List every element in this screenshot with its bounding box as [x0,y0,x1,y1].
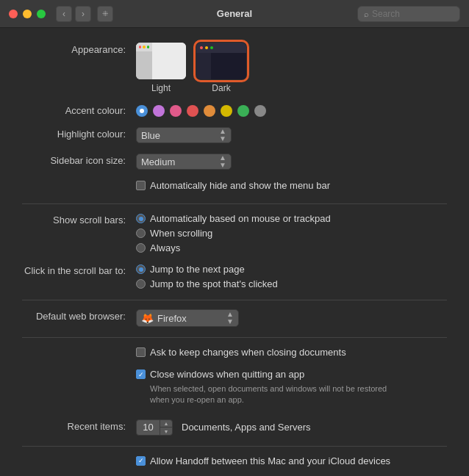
scroll-bars-scrolling-radio[interactable] [136,228,146,238]
menu-bar-checkbox[interactable] [136,181,146,190]
accent-blue[interactable] [136,105,148,117]
ask-keep-row: Ask to keep changes when closing documen… [22,347,447,361]
click-scroll-spot-radio[interactable] [136,279,146,289]
scroll-bars-scrolling-row: When scrolling [136,228,447,239]
divider-1 [22,203,447,204]
scroll-bars-always-radio[interactable] [136,243,146,253]
recent-items-label: Recent items: [22,419,136,432]
accent-green[interactable] [237,105,249,117]
highlight-colour-control: Blue ▲▼ [136,127,447,143]
close-windows-checkbox[interactable] [136,369,146,379]
accent-pink[interactable] [170,105,182,117]
handoff-row: Allow Handoff between this Mac and your … [22,455,447,470]
sidebar-icon-size-row: Sidebar icon size: Medium ▲▼ [22,154,447,170]
default-browser-control: 🦊 Firefox ▲▼ [136,309,447,327]
maximize-button[interactable] [37,10,46,18]
accent-orange[interactable] [204,105,215,117]
default-browser-dropdown[interactable]: 🦊 Firefox ▲▼ [136,309,239,327]
recent-items-stepper[interactable]: 10 ▲ ▼ [136,419,173,436]
menu-bar-control: Automatically hide and show the menu bar [136,180,447,195]
close-windows-description: When selected, open documents and window… [150,383,400,406]
handoff-control: Allow Handoff between this Mac and your … [136,455,447,470]
divider-4 [22,446,447,447]
firefox-icon: 🦊 [141,312,154,324]
search-icon: ⌕ [364,10,369,18]
click-scroll-next-row: Jump to the next page [136,264,447,275]
search-box[interactable]: ⌕ [357,6,460,22]
ask-keep-checkbox-row: Ask to keep changes when closing documen… [136,347,447,358]
menu-bar-checkbox-row: Automatically hide and show the menu bar [136,180,447,191]
settings-content: Appearance: [0,28,469,476]
appearance-label: Appearance: [22,43,136,55]
handoff-checkbox-row: Allow Handoff between this Mac and your … [136,455,447,466]
browser-dropdown-arrow-icon: ▲▼ [226,311,234,325]
close-windows-checkbox-row: Close windows when quitting an app [136,369,447,380]
sidebar-icon-size-dropdown[interactable]: Medium ▲▼ [136,154,232,170]
divider-2 [22,300,447,300]
handoff-checkbox[interactable] [136,456,146,466]
recent-items-input-row: 10 ▲ ▼ Documents, Apps and Servers [136,419,447,436]
stepper-arrows: ▲ ▼ [160,420,172,435]
appearance-row: Appearance: [22,43,447,93]
accent-colour-row: Accent colour: [22,104,447,117]
menu-bar-checkbox-label: Automatically hide and show the menu bar [150,180,330,191]
close-windows-row: Close windows when quitting an app When … [22,369,447,406]
show-scroll-bars-row: Show scroll bars: Automatically based on… [22,213,447,253]
highlight-colour-dropdown[interactable]: Blue ▲▼ [136,127,232,143]
menu-bar-row: Automatically hide and show the menu bar [22,180,447,195]
dropdown-arrow-icon-2: ▲▼ [219,154,226,169]
scroll-bars-always-row: Always [136,242,447,253]
stepper-down[interactable]: ▼ [160,428,172,435]
search-input[interactable] [372,9,453,19]
scroll-bars-auto-radio[interactable] [136,214,146,223]
recent-items-control: 10 ▲ ▼ Documents, Apps and Servers [136,419,447,436]
accent-colour-label: Accent colour: [22,104,136,116]
appearance-dark-label: Dark [212,83,230,93]
accent-colour-control [136,104,447,117]
click-scroll-spot-row: Jump to the spot that's clicked [136,278,447,289]
window-title: General [217,8,252,19]
nav-buttons: ‹ › [56,6,91,22]
default-browser-value: Firefox [157,313,223,324]
traffic-lights [9,10,46,18]
highlight-colour-value: Blue [141,130,219,141]
close-button[interactable] [9,10,18,18]
sidebar-icon-size-value: Medium [141,156,219,167]
sidebar-icon-size-control: Medium ▲▼ [136,154,447,170]
click-scroll-bar-control: Jump to the next page Jump to the spot t… [136,264,447,289]
minimize-button[interactable] [23,10,32,18]
click-scroll-bar-group: Jump to the next page Jump to the spot t… [136,264,447,289]
scroll-bars-scrolling-label: When scrolling [150,228,212,239]
appearance-thumbnail-light[interactable] [136,43,186,79]
appearance-options: Light [136,43,447,93]
show-scroll-bars-group: Automatically based on mouse or trackpad… [136,213,447,253]
stepper-up[interactable]: ▲ [160,420,172,428]
accent-yellow[interactable] [221,105,232,117]
accent-red[interactable] [187,105,198,117]
show-scroll-bars-label: Show scroll bars: [22,213,136,226]
click-scroll-spot-label: Jump to the spot that's clicked [150,278,278,289]
scroll-bars-auto-row: Automatically based on mouse or trackpad [136,213,447,224]
accent-graphite[interactable] [254,105,266,117]
ask-keep-checkbox[interactable] [136,347,146,357]
appearance-light-label: Light [151,83,171,93]
accent-colours [136,105,447,117]
divider-3 [22,337,447,338]
click-scroll-next-radio[interactable] [136,264,146,274]
back-button[interactable]: ‹ [56,6,72,22]
recent-items-suffix: Documents, Apps and Servers [182,422,311,433]
apps-grid-button[interactable]: ⁜ [97,6,113,22]
highlight-colour-row: Highlight colour: Blue ▲▼ [22,127,447,143]
close-windows-label: Close windows when quitting an app [150,369,304,380]
recent-items-row: Recent items: 10 ▲ ▼ Documents, Apps and… [22,419,447,436]
appearance-option-light: Light [136,43,186,93]
handoff-label: Allow Handoff between this Mac and your … [150,455,390,466]
default-browser-label: Default web browser: [22,309,136,322]
accent-purple[interactable] [153,105,165,117]
click-scroll-next-label: Jump to the next page [150,264,245,275]
titlebar: ‹ › ⁜ General ⌕ [0,0,469,28]
dropdown-arrow-icon: ▲▼ [219,128,226,143]
scroll-bars-always-label: Always [150,242,180,253]
forward-button[interactable]: › [75,6,91,22]
appearance-thumbnail-dark[interactable] [196,43,246,79]
